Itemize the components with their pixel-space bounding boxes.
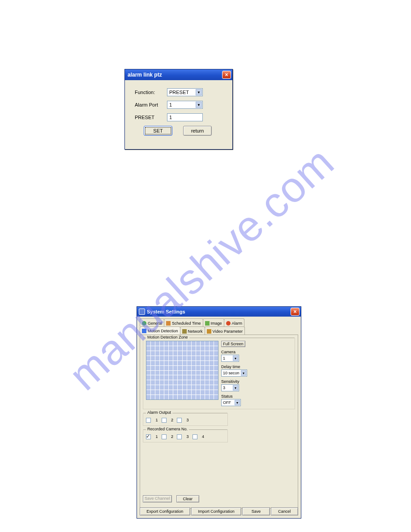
grid-cell[interactable] — [201, 395, 205, 399]
grid-cell[interactable] — [151, 346, 155, 351]
grid-cell[interactable] — [205, 361, 209, 365]
grid-cell[interactable] — [178, 385, 182, 390]
grid-cell[interactable] — [151, 366, 155, 370]
grid-cell[interactable] — [164, 390, 168, 395]
grid-cell[interactable] — [146, 375, 150, 380]
tab-scheduled-time[interactable]: Scheduled Time — [164, 318, 203, 326]
grid-cell[interactable] — [169, 390, 173, 395]
grid-cell[interactable] — [201, 385, 205, 390]
grid-cell[interactable] — [196, 380, 200, 385]
grid-cell[interactable] — [214, 346, 218, 351]
grid-cell[interactable] — [160, 371, 164, 375]
grid-cell[interactable] — [151, 356, 155, 360]
grid-cell[interactable] — [210, 346, 214, 351]
grid-cell[interactable] — [205, 371, 209, 375]
grid-cell[interactable] — [173, 356, 177, 360]
grid-cell[interactable] — [178, 351, 182, 356]
grid-cell[interactable] — [183, 346, 187, 351]
grid-cell[interactable] — [214, 375, 218, 380]
grid-cell[interactable] — [160, 346, 164, 351]
grid-cell[interactable] — [214, 351, 218, 356]
tab-motion-detection[interactable]: Motion Detection — [140, 326, 180, 335]
grid-cell[interactable] — [160, 395, 164, 399]
grid-cell[interactable] — [151, 371, 155, 375]
grid-cell[interactable] — [205, 341, 209, 346]
grid-cell[interactable] — [146, 390, 150, 395]
grid-cell[interactable] — [164, 380, 168, 385]
grid-cell[interactable] — [214, 366, 218, 370]
grid-cell[interactable] — [173, 385, 177, 390]
grid-cell[interactable] — [196, 366, 200, 370]
grid-cell[interactable] — [196, 385, 200, 390]
grid-cell[interactable] — [164, 371, 168, 375]
grid-cell[interactable] — [187, 380, 191, 385]
grid-cell[interactable] — [146, 366, 150, 370]
grid-cell[interactable] — [146, 351, 150, 356]
grid-cell[interactable] — [160, 390, 164, 395]
grid-cell[interactable] — [187, 371, 191, 375]
grid-cell[interactable] — [183, 380, 187, 385]
grid-cell[interactable] — [196, 375, 200, 380]
grid-cell[interactable] — [205, 395, 209, 399]
checkbox[interactable] — [146, 434, 151, 439]
grid-cell[interactable] — [196, 361, 200, 365]
grid-cell[interactable] — [169, 351, 173, 356]
grid-cell[interactable] — [192, 351, 196, 356]
grid-cell[interactable] — [151, 361, 155, 365]
grid-cell[interactable] — [205, 366, 209, 370]
grid-cell[interactable] — [205, 351, 209, 356]
grid-cell[interactable] — [151, 375, 155, 380]
grid-cell[interactable] — [192, 385, 196, 390]
grid-cell[interactable] — [151, 395, 155, 399]
grid-cell[interactable] — [205, 375, 209, 380]
grid-cell[interactable] — [187, 361, 191, 365]
grid-cell[interactable] — [183, 390, 187, 395]
grid-cell[interactable] — [173, 341, 177, 346]
grid-cell[interactable] — [205, 356, 209, 360]
grid-cell[interactable] — [173, 351, 177, 356]
grid-cell[interactable] — [201, 371, 205, 375]
grid-cell[interactable] — [196, 351, 200, 356]
grid-cell[interactable] — [187, 341, 191, 346]
grid-cell[interactable] — [214, 395, 218, 399]
grid-cell[interactable] — [183, 375, 187, 380]
grid-cell[interactable] — [205, 346, 209, 351]
grid-cell[interactable] — [146, 356, 150, 360]
grid-cell[interactable] — [178, 366, 182, 370]
grid-cell[interactable] — [169, 356, 173, 360]
grid-cell[interactable] — [196, 395, 200, 399]
grid-cell[interactable] — [201, 346, 205, 351]
grid-cell[interactable] — [160, 361, 164, 365]
grid-cell[interactable] — [173, 395, 177, 399]
grid-cell[interactable] — [173, 371, 177, 375]
grid-cell[interactable] — [210, 380, 214, 385]
grid-cell[interactable] — [214, 371, 218, 375]
grid-cell[interactable] — [192, 366, 196, 370]
grid-cell[interactable] — [155, 341, 159, 346]
camera-select[interactable]: 1▼ — [221, 355, 239, 362]
grid-cell[interactable] — [164, 375, 168, 380]
grid-cell[interactable] — [173, 375, 177, 380]
grid-cell[interactable] — [201, 366, 205, 370]
grid-cell[interactable] — [160, 356, 164, 360]
grid-cell[interactable] — [164, 361, 168, 365]
grid-cell[interactable] — [173, 366, 177, 370]
motion-grid[interactable] — [146, 341, 218, 400]
grid-cell[interactable] — [201, 341, 205, 346]
grid-cell[interactable] — [187, 395, 191, 399]
grid-cell[interactable] — [173, 380, 177, 385]
grid-cell[interactable] — [210, 356, 214, 360]
grid-cell[interactable] — [146, 380, 150, 385]
grid-cell[interactable] — [155, 380, 159, 385]
sensitivity-select[interactable]: 3▼ — [221, 384, 239, 391]
grid-cell[interactable] — [155, 346, 159, 351]
grid-cell[interactable] — [178, 371, 182, 375]
grid-cell[interactable] — [183, 395, 187, 399]
grid-cell[interactable] — [173, 361, 177, 365]
grid-cell[interactable] — [160, 385, 164, 390]
checkbox[interactable] — [162, 434, 167, 439]
grid-cell[interactable] — [155, 395, 159, 399]
grid-cell[interactable] — [164, 356, 168, 360]
grid-cell[interactable] — [205, 380, 209, 385]
checkbox[interactable] — [177, 434, 182, 439]
